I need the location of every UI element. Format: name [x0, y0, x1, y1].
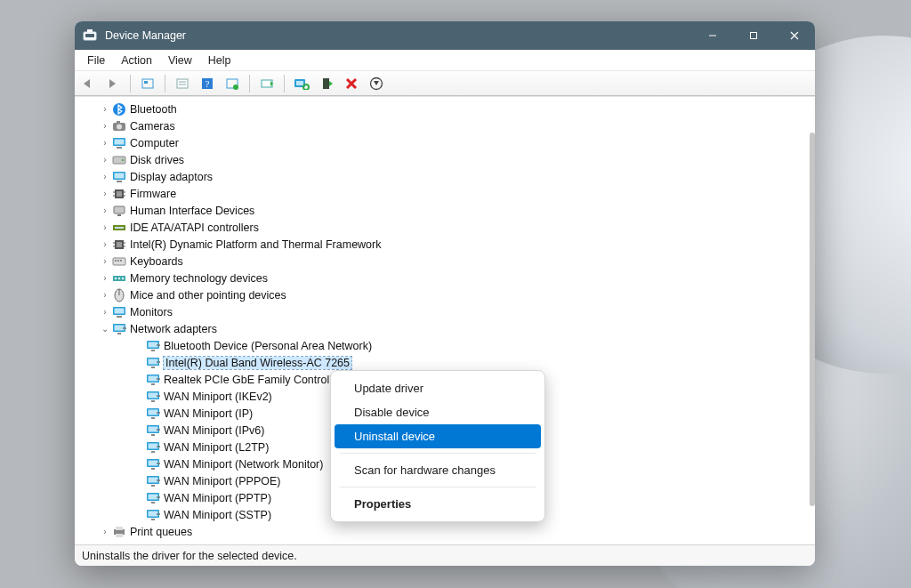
- svg-rect-59: [117, 260, 119, 262]
- svg-rect-47: [114, 206, 125, 213]
- toolbar-scan-button[interactable]: [292, 74, 311, 93]
- tree-device[interactable]: Intel(R) Dual Band Wireless-AC 7265: [75, 354, 810, 371]
- category-label: Human Interface Devices: [130, 205, 254, 217]
- svg-rect-69: [117, 316, 122, 318]
- expander-icon[interactable]: ›: [100, 205, 110, 215]
- device-label: WAN Miniport (PPTP): [164, 492, 271, 504]
- tree-category[interactable]: ›Human Interface Devices: [75, 202, 810, 219]
- expander-icon[interactable]: ›: [100, 239, 110, 249]
- category-label: Intel(R) Dynamic Platform and Thermal Fr…: [130, 238, 381, 251]
- maximize-button[interactable]: [733, 21, 774, 50]
- tree-category[interactable]: ›Intel(R) Dynamic Platform and Thermal F…: [75, 236, 810, 253]
- tree-category[interactable]: ›Disk drives: [75, 151, 810, 168]
- expander-icon[interactable]: ›: [100, 222, 110, 232]
- context-menu-item[interactable]: Disable device: [335, 400, 541, 424]
- tree-category[interactable]: ⌄Network adapters: [75, 320, 810, 337]
- svg-rect-2: [87, 29, 93, 32]
- tree-category[interactable]: ›Cameras: [75, 117, 810, 134]
- tree-category[interactable]: ›Display adaptors: [75, 168, 810, 185]
- tree-category[interactable]: ›Computer: [75, 134, 810, 151]
- device-label: WAN Miniport (L2TP): [164, 441, 269, 454]
- context-menu[interactable]: Update driverDisable deviceUninstall dev…: [330, 370, 545, 522]
- device-label: WAN Miniport (Network Monitor): [164, 458, 323, 471]
- svg-rect-79: [149, 358, 158, 364]
- svg-rect-32: [117, 121, 120, 124]
- expander-icon[interactable]: ›: [100, 189, 110, 198]
- context-menu-item[interactable]: Scan for hardware changes: [335, 458, 541, 482]
- svg-rect-115: [149, 511, 158, 516]
- toolbar-show-hidden-button[interactable]: [138, 74, 157, 93]
- expander-icon[interactable]: ›: [100, 172, 110, 181]
- tree-category[interactable]: ›Firmware: [75, 185, 810, 202]
- svg-rect-103: [149, 460, 158, 465]
- expander-icon[interactable]: ›: [100, 256, 110, 266]
- svg-rect-71: [115, 325, 125, 330]
- category-label: Monitors: [130, 306, 173, 318]
- expander-icon[interactable]: ›: [100, 155, 110, 165]
- toolbar-enable-button[interactable]: [317, 74, 336, 93]
- svg-rect-52: [117, 242, 122, 247]
- tree-device[interactable]: Bluetooth Device (Personal Area Network): [75, 337, 810, 354]
- tree-category[interactable]: ›Print queues: [75, 523, 810, 540]
- printer-icon: [112, 525, 126, 539]
- monitor-icon: [112, 136, 126, 150]
- toolbar-update-driver-button[interactable]: [257, 74, 277, 93]
- toolbar-separator: [284, 75, 285, 93]
- category-label: Print queues: [130, 526, 192, 538]
- tree-category[interactable]: ›Mice and other pointing devices: [75, 286, 810, 303]
- context-menu-item[interactable]: Uninstall device: [335, 424, 541, 448]
- titlebar[interactable]: Device Manager: [75, 21, 815, 50]
- toolbar-properties-button[interactable]: [173, 74, 192, 93]
- network-icon: [146, 407, 160, 421]
- scrollbar[interactable]: [810, 133, 815, 506]
- tree-category[interactable]: ›Memory technology devices: [75, 270, 810, 286]
- svg-rect-120: [116, 534, 123, 537]
- toolbar-back-button[interactable]: [78, 74, 98, 93]
- svg-rect-63: [118, 278, 120, 279]
- expander-icon[interactable]: ›: [100, 104, 110, 114]
- disk-icon: [112, 153, 126, 167]
- toolbar-forward-button[interactable]: [103, 74, 123, 93]
- expander-icon[interactable]: ›: [100, 121, 110, 131]
- tree-category[interactable]: ›Bluetooth: [75, 101, 810, 117]
- toolbar-uninstall-button[interactable]: [367, 74, 386, 93]
- expander-icon[interactable]: ›: [100, 138, 110, 148]
- menu-action[interactable]: Action: [114, 52, 159, 68]
- expander-icon[interactable]: ›: [100, 290, 110, 300]
- tree-category[interactable]: ›IDE ATA/ATAPI controllers: [75, 219, 810, 236]
- svg-rect-88: [151, 400, 155, 402]
- ide-icon: [112, 221, 126, 235]
- svg-rect-4: [751, 33, 757, 39]
- monitor-icon: [112, 305, 126, 319]
- bluetooth-icon: [112, 102, 126, 117]
- network-icon: [146, 457, 160, 471]
- menu-view[interactable]: View: [161, 52, 199, 68]
- close-button[interactable]: [774, 21, 815, 50]
- expander-icon[interactable]: ›: [100, 527, 110, 536]
- svg-rect-1: [85, 34, 94, 37]
- svg-point-17: [233, 85, 238, 90]
- tree-category[interactable]: ›Keyboards: [75, 253, 810, 270]
- menu-help[interactable]: Help: [201, 52, 238, 68]
- device-label: WAN Miniport (PPPOE): [164, 475, 281, 487]
- keyboard-icon: [112, 254, 126, 269]
- network-icon: [146, 474, 160, 488]
- network-icon: [112, 322, 126, 336]
- category-label: Mice and other pointing devices: [130, 289, 286, 302]
- tree-category[interactable]: ›Monitors: [75, 303, 810, 320]
- expander-icon[interactable]: ⌄: [100, 324, 110, 334]
- svg-rect-68: [115, 308, 125, 313]
- svg-rect-119: [116, 527, 123, 530]
- context-menu-item[interactable]: Update driver: [335, 376, 541, 400]
- menu-file[interactable]: File: [80, 52, 112, 68]
- toolbar-refresh-button[interactable]: [222, 74, 242, 93]
- toolbar-help-button[interactable]: ?: [198, 74, 217, 93]
- toolbar-disable-button[interactable]: [342, 74, 361, 93]
- minimize-button[interactable]: [692, 21, 733, 50]
- expander-icon[interactable]: ›: [100, 307, 110, 317]
- svg-rect-72: [117, 333, 121, 334]
- svg-rect-92: [151, 417, 155, 419]
- expander-icon[interactable]: ›: [100, 273, 110, 283]
- network-icon: [146, 491, 160, 505]
- context-menu-item[interactable]: Properties: [335, 492, 541, 516]
